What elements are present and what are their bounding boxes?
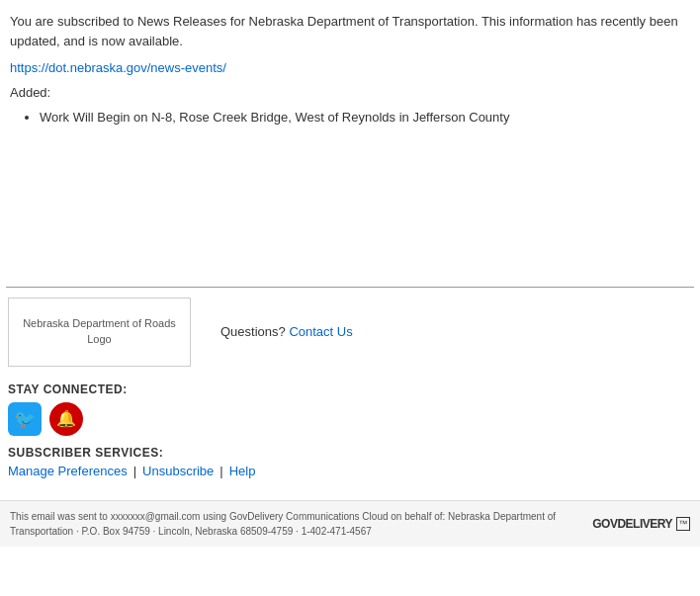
logo-box: Nebraska Department of Roads Logo	[8, 298, 191, 367]
govdelivery-logo: GOVDELIVERY ™	[592, 517, 690, 531]
govdelivery-text: GOVDELIVERY	[592, 517, 672, 531]
notification-icon[interactable]: 🔔	[49, 402, 83, 436]
footer-top: Nebraska Department of Roads Logo Questi…	[8, 298, 692, 367]
questions-text: Questions?	[220, 324, 286, 339]
bottom-footer: This email was sent to xxxxxxx@gmail.com…	[0, 500, 700, 547]
added-list: Work Will Begin on N-8, Rose Creek Bridg…	[40, 108, 690, 128]
contact-area: Questions? Contact Us	[220, 324, 353, 339]
contact-us-link[interactable]: Contact Us	[289, 324, 352, 339]
intro-text: You are subscribed to News Releases for …	[10, 12, 690, 50]
unsubscribe-link[interactable]: Unsubscribe	[142, 464, 214, 478]
pipe-separator-1: |	[133, 464, 136, 478]
stay-connected-label: STAY CONNECTED:	[8, 383, 692, 396]
main-content: You are subscribed to News Releases for …	[0, 0, 700, 287]
list-item: Work Will Begin on N-8, Rose Creek Bridg…	[40, 108, 690, 128]
subscriber-services-label: SUBSCRIBER SERVICES:	[8, 446, 692, 460]
bottom-footer-text: This email was sent to xxxxxxx@gmail.com…	[10, 509, 564, 539]
twitter-bird-icon: 🐦	[14, 408, 36, 430]
pipe-separator-2: |	[219, 464, 222, 478]
added-label: Added:	[10, 85, 690, 100]
footer-section: Nebraska Department of Roads Logo Questi…	[0, 288, 700, 500]
bell-icon: 🔔	[56, 409, 76, 428]
manage-preferences-link[interactable]: Manage Preferences	[8, 464, 128, 478]
logo-text: Nebraska Department of Roads Logo	[15, 316, 184, 347]
news-link[interactable]: https://dot.nebraska.gov/news-events/	[10, 60, 226, 75]
subscriber-links: Manage Preferences | Unsubscribe | Help	[8, 464, 692, 478]
twitter-icon[interactable]: 🐦	[8, 402, 42, 436]
subscriber-services-section: SUBSCRIBER SERVICES: Manage Preferences …	[8, 446, 692, 478]
social-icons: 🐦 🔔	[8, 402, 692, 436]
stay-connected-section: STAY CONNECTED: 🐦 🔔	[8, 383, 692, 436]
help-link[interactable]: Help	[229, 464, 256, 478]
govdelivery-trademark-box: ™	[676, 517, 690, 531]
